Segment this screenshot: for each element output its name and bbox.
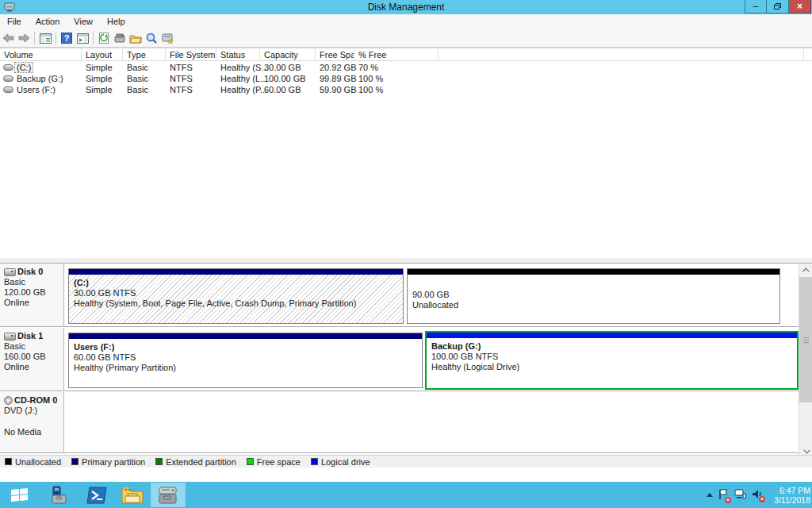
legend-primary-partition: Primary partition [71,457,145,467]
disk1-header[interactable]: Disk 1 Basic 160.00 GB Online [0,328,64,391]
show-action-pane-icon[interactable] [75,31,90,45]
volume-capacity: 30.00 GB [260,62,316,73]
legend-unallocated: Unallocated [5,457,61,467]
volume-name[interactable]: Users (F:) [15,85,57,94]
network-icon[interactable] [734,489,746,501]
partition-c[interactable]: (C:) 30.00 GB NTFS Healthy (System, Boot… [68,268,404,324]
logical-drive-strip [427,333,797,338]
legend-logical-drive: Logical drive [311,457,370,467]
close-button[interactable]: × [789,0,811,13]
powershell-icon[interactable] [79,483,114,507]
volume-list-header: Volume Layout Type File System Status Ca… [0,48,812,61]
volume-row-backup[interactable]: Backup (G:) Simple Basic NTFS Healthy (L… [0,73,812,84]
volume-type: Basic [123,73,166,84]
disk-settings-icon[interactable] [159,31,175,45]
column-header-volume[interactable]: Volume [0,48,82,61]
disk-status: No Media [4,427,61,437]
window-title: Disk Management [0,2,812,13]
partition-label: (C:) [74,278,89,287]
refresh-icon[interactable] [96,31,112,45]
column-header-layout[interactable]: Layout [82,48,123,61]
legend-free-space: Free space [247,457,301,467]
restore-icon [774,3,781,10]
volume-fs: NTFS [166,73,216,84]
volume-pct-free: 100 % [354,73,439,84]
column-header-capacity[interactable]: Capacity [260,48,316,61]
start-button[interactable] [0,482,38,508]
disk-size: 120.00 GB [4,287,61,298]
column-header-free-space[interactable]: Free Spa... [316,48,354,61]
file-explorer-icon[interactable] [115,483,150,507]
help-icon[interactable]: ? [59,31,75,45]
notification-flag-icon[interactable]: × [718,489,729,502]
volume-layout: Simple [82,84,123,95]
disk-name: CD-ROM 0 [14,395,57,405]
partition-backup[interactable]: Backup (G:) 100.00 GB NTFS Healthy (Logi… [425,331,799,390]
volume-status: Healthy (P... [216,84,260,95]
cd-rom-icon [4,396,13,405]
partition-unallocated[interactable]: 90.00 GB Unallocated [407,268,780,324]
column-header-status[interactable]: Status [216,48,260,61]
volume-icon[interactable]: × [752,489,763,501]
volume-type: Basic [123,62,166,73]
minimize-button[interactable]: – [745,0,767,13]
window-chrome: File Action View Help ? [0,14,812,48]
partition-size: 100.00 GB NTFS [431,352,797,362]
taskbar-clock[interactable]: 6:47 PM 3/11/2018 [769,486,810,505]
restore-button[interactable] [767,0,789,13]
legend-label: Logical drive [321,457,370,467]
disk-icon [4,333,16,341]
cdrom-header[interactable]: CD-ROM 0 DVD (J:) No Media [0,392,64,452]
toolbar-separator [93,32,94,44]
menu-help[interactable]: Help [100,15,132,29]
logical-drive-swatch [311,458,318,465]
volume-fs: NTFS [166,84,216,95]
menu-file[interactable]: File [0,15,29,29]
legend-label: Free space [257,457,301,467]
disk-status: Online [4,298,61,308]
server-manager-icon[interactable] [41,483,76,507]
clock-time: 6:47 PM [769,486,810,495]
partition-users[interactable]: Users (F:) 60.00 GB NTFS Healthy (Primar… [68,333,423,388]
volume-name[interactable]: Backup (G:) [15,74,65,83]
volume-row-c[interactable]: (C:) Simple Basic NTFS Healthy (S... 30.… [0,62,812,73]
unallocated-swatch [5,458,12,465]
disk-name: Disk 0 [17,267,43,276]
volume-free: 99.89 GB [316,73,354,84]
disk-management-window: Disk Management – × File Action View Hel… [0,0,812,482]
partition-size: 30.00 GB NTFS [74,288,403,298]
volume-name[interactable]: (C:) [15,63,33,72]
menubar: File Action View Help [0,15,132,29]
cdrom-row: CD-ROM 0 DVD (J:) No Media [0,392,799,453]
column-header-type[interactable]: Type [123,48,166,61]
disk0-header[interactable]: Disk 0 Basic 120.00 GB Online [0,264,64,326]
toolbar: ? [0,29,812,47]
volume-row-users[interactable]: Users (F:) Simple Basic NTFS Healthy (P.… [0,84,812,95]
toolbar-separator [56,32,56,44]
rescan-disks-icon[interactable] [112,31,128,45]
column-header-pct-free[interactable]: % Free [354,48,439,61]
column-header-file-system[interactable]: File System [166,48,216,61]
toolbar-separator [34,32,35,44]
back-icon[interactable] [0,31,16,45]
forward-icon[interactable] [16,31,32,45]
vertical-scrollbar[interactable] [799,264,812,457]
disk-type: DVD (J:) [4,406,61,416]
show-hidden-icons-icon[interactable] [707,493,713,497]
open-folder-icon[interactable] [128,31,144,45]
menu-view[interactable]: View [67,15,100,29]
disk-status: Online [4,362,61,372]
disk-management-taskbar-icon[interactable] [151,483,186,507]
volume-capacity: 100.00 GB [260,73,316,84]
show-console-tree-icon[interactable] [37,31,53,45]
disk-type: Basic [4,277,61,287]
scroll-up-icon[interactable] [799,264,812,277]
error-badge: × [725,497,731,503]
primary-partition-strip [69,269,403,275]
extended-partition-swatch [155,458,163,465]
zoom-icon[interactable] [144,31,159,45]
menu-action[interactable]: Action [29,15,67,29]
muted-badge: × [759,496,765,502]
volume-status: Healthy (L... [216,73,260,84]
scrollbar-thumb[interactable] [799,277,812,402]
